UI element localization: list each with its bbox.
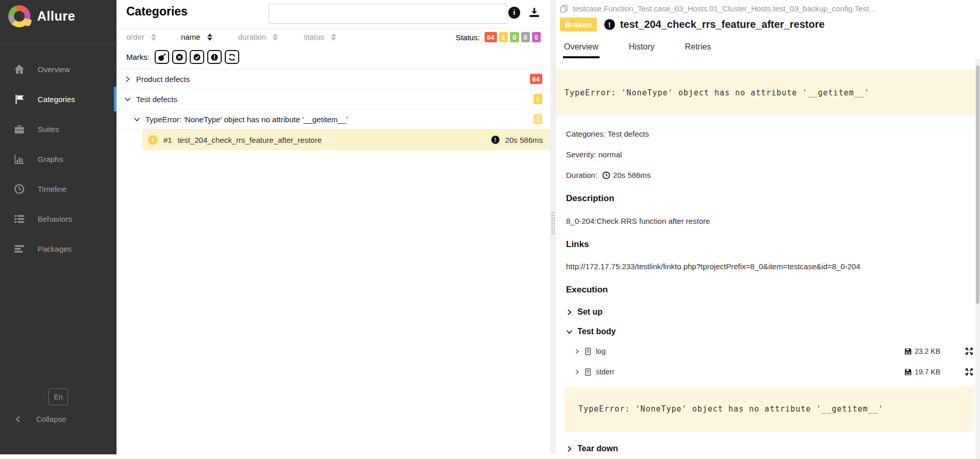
- mark-retries-button[interactable]: [225, 50, 239, 64]
- clock-icon: [602, 171, 610, 179]
- brand-name: Allure: [37, 9, 75, 24]
- page-title: Categories: [126, 5, 188, 19]
- bar-chart-icon: [14, 154, 25, 165]
- step-tear-down[interactable]: Tear down: [556, 444, 975, 453]
- tree-subgroup-typeerror[interactable]: TypeError: 'NoneType' object has no attr…: [117, 109, 550, 129]
- tree-group-label: Product defects: [136, 75, 190, 84]
- allure-logo-icon: [8, 5, 30, 27]
- chevron-down-icon: [566, 329, 573, 335]
- sort-by-duration[interactable]: duration: [238, 32, 278, 41]
- step-label: Set up: [577, 307, 603, 317]
- exclamation-icon: !: [604, 19, 615, 30]
- status-count-skipped[interactable]: 0: [521, 32, 530, 42]
- step-set-up[interactable]: Set up: [556, 307, 975, 317]
- status-label: Status:: [456, 33, 480, 42]
- breadcrumb[interactable]: testcase.Function_Test.case_03_Hosts.01_…: [560, 4, 970, 13]
- testlink-url[interactable]: http://172.17.75.233/testlink/linkto.php…: [556, 262, 975, 271]
- expand-icon[interactable]: [965, 347, 973, 355]
- mark-flaky-button[interactable]: [155, 50, 169, 64]
- tab-overview[interactable]: Overview: [563, 40, 600, 58]
- document-icon: [584, 348, 592, 355]
- mark-new-passed-button[interactable]: [190, 50, 204, 64]
- sort-arrows-icon: [151, 34, 156, 41]
- test-detail-panel: testcase.Function_Test.case_03_Hosts.01_…: [556, 0, 975, 454]
- tree-group-product-defects[interactable]: Product defects 64: [117, 69, 550, 89]
- test-title-row: Broken ! test_204_check_rrs_feature_afte…: [560, 18, 825, 31]
- error-message-box: TypeError: 'NoneType' object has no attr…: [556, 70, 975, 116]
- info-icon[interactable]: i: [508, 7, 520, 19]
- attachment-name: stderr: [596, 368, 614, 376]
- step-label: Tear down: [577, 444, 618, 453]
- sidebar-item-overview[interactable]: Overview: [0, 57, 117, 81]
- chevron-left-icon: [14, 416, 22, 423]
- sidebar-item-suites[interactable]: Suites: [0, 117, 117, 141]
- count-badge: 1: [534, 94, 542, 104]
- detail-tabs: Overview History Retries: [563, 40, 712, 58]
- brand-logo[interactable]: Allure: [8, 5, 75, 27]
- attachment-size: 19.7 KB: [915, 368, 940, 376]
- sort-bar: order name duration status Status: 64 1 …: [117, 29, 550, 45]
- test-row-selected[interactable]: ! #1 test_204_check_rrs_feature_after_re…: [142, 129, 550, 150]
- panel-resize-divider[interactable]: [550, 0, 556, 454]
- attachment-row-stderr[interactable]: stderr 19.7 KB: [574, 362, 974, 382]
- sidebar-item-categories[interactable]: Categories: [0, 87, 117, 111]
- sort-arrows-icon: [273, 34, 278, 41]
- sidebar-item-label: Timeline: [38, 185, 67, 193]
- list-panel-header: Categories i: [117, 0, 550, 29]
- step-test-body[interactable]: Test body: [556, 327, 975, 336]
- categories-field: Categories: Test defects: [566, 129, 975, 138]
- sidebar-nav: Overview Categories Suites Graphs Timeli…: [0, 44, 117, 266]
- status-filter-group: Status: 64 1 0 0 0: [456, 32, 541, 42]
- test-order: #1: [163, 136, 172, 144]
- sort-label: duration: [238, 32, 266, 41]
- broken-status-icon: !: [148, 135, 158, 145]
- sidebar-item-packages[interactable]: Packages: [0, 236, 117, 261]
- mark-new-failed-button[interactable]: [172, 50, 187, 64]
- attachment-size-group: 23.2 KB: [904, 347, 940, 355]
- sidebar-item-timeline[interactable]: Timeline: [0, 176, 117, 201]
- test-title: test_204_check_rrs_feature_after_restore: [620, 19, 825, 30]
- language-button[interactable]: En: [48, 388, 68, 405]
- sort-label: status: [304, 32, 324, 41]
- marks-bar: Marks:: [117, 45, 550, 69]
- mark-new-broken-button[interactable]: [207, 50, 222, 64]
- passed-circle-icon: [193, 53, 201, 61]
- execution-heading: Execution: [556, 285, 975, 295]
- exclamation-icon: !: [491, 136, 500, 144]
- status-count-passed[interactable]: 0: [510, 32, 519, 42]
- tab-history[interactable]: History: [628, 40, 656, 58]
- status-count-failed[interactable]: 64: [485, 32, 497, 42]
- attachment-row-log[interactable]: log 23.2 KB: [574, 341, 974, 362]
- drag-handle-icon[interactable]: [551, 211, 555, 235]
- search-input[interactable]: [269, 4, 507, 24]
- failed-circle-icon: [175, 53, 184, 61]
- sidebar-item-behaviors[interactable]: Behaviors: [0, 206, 117, 231]
- save-icon: [904, 348, 912, 355]
- expand-icon[interactable]: [965, 368, 973, 376]
- sort-by-name[interactable]: name: [181, 32, 212, 41]
- download-icon[interactable]: [528, 7, 540, 19]
- chevron-down-icon: [134, 116, 140, 123]
- sidebar-item-label: Behaviors: [38, 215, 72, 223]
- vertical-scrollbar[interactable]: [975, 58, 980, 459]
- chevron-right-icon: [566, 446, 573, 452]
- sidebar-item-graphs[interactable]: Graphs: [0, 146, 117, 171]
- copy-icon: [560, 5, 568, 13]
- test-name: test_204_check_rrs_feature_after_restore: [178, 136, 322, 144]
- tab-retries[interactable]: Retries: [684, 40, 712, 58]
- severity-field: Severity: normal: [566, 150, 975, 159]
- description-text: 8_0-204:Check RRS function after restore: [556, 217, 975, 225]
- status-badge: Broken: [560, 18, 597, 31]
- test-meta-fields: Categories: Test defects Severity: norma…: [556, 129, 975, 179]
- sort-by-status[interactable]: status: [304, 32, 336, 41]
- sort-by-order[interactable]: order: [126, 32, 156, 41]
- scrollbar-thumb[interactable]: [976, 65, 979, 304]
- status-count-unknown[interactable]: 0: [532, 32, 541, 42]
- tree-group-test-defects[interactable]: Test defects 1: [117, 89, 550, 109]
- list-icon: [14, 214, 25, 224]
- retries-icon: [228, 53, 236, 61]
- clock-icon: [14, 184, 25, 194]
- categories-panel: Categories i order name duration status …: [117, 0, 550, 454]
- status-count-broken[interactable]: 1: [499, 32, 508, 42]
- collapse-button[interactable]: Collapse: [14, 415, 66, 423]
